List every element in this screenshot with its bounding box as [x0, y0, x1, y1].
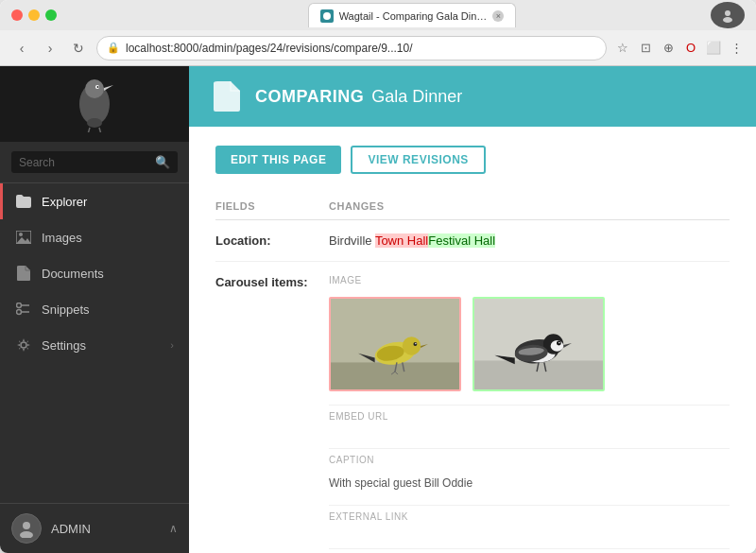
svg-line-9	[88, 128, 90, 132]
maximize-button[interactable]	[45, 9, 57, 21]
sidebar: 🔍 Explorer	[0, 66, 189, 553]
page-title-prefix: COMPARING	[255, 87, 364, 107]
address-bar[interactable]: 🔒 localhost:8000/admin/pages/24/revision…	[96, 36, 607, 60]
main-content: COMPARING Gala Dinner EDIT THIS PAGE VIE…	[189, 66, 756, 553]
snippets-icon	[15, 301, 32, 318]
fields-header: FIELDS	[215, 193, 329, 220]
location-removed-text: Town Hall	[375, 233, 428, 248]
svg-point-15	[17, 310, 22, 315]
back-button[interactable]: ‹	[11, 38, 32, 59]
wagtail-logo	[71, 76, 118, 132]
sub-field-label-embed-url: EMBED URL	[329, 405, 730, 423]
page-header: COMPARING Gala Dinner	[189, 66, 756, 127]
extension-icon[interactable]: ⬜	[705, 40, 722, 57]
minimize-button[interactable]	[28, 9, 40, 21]
svg-point-24	[403, 337, 421, 354]
svg-point-2	[723, 17, 732, 23]
image-label: IMAGE	[329, 275, 730, 285]
browser-toolbar: ‹ › ↻ 🔒 localhost:8000/admin/pages/24/re…	[0, 30, 756, 66]
sidebar-item-images[interactable]: Images	[0, 219, 189, 255]
tab-favicon	[320, 9, 334, 23]
sub-field-value-external-link	[329, 531, 730, 535]
table-row: Carousel items: IMAGE	[215, 262, 730, 554]
search-icon[interactable]: 🔍	[155, 155, 170, 169]
menu-icon[interactable]: ⋮	[728, 40, 745, 57]
sub-field-label-caption: CAPTION	[329, 448, 730, 467]
field-value-location: Birdville Town HallFestival Hall	[329, 220, 730, 262]
svg-point-26	[413, 342, 417, 346]
chevron-up-icon[interactable]: ∧	[169, 522, 178, 535]
sub-field-label-external-link: EXTERNAL LINK	[329, 505, 730, 524]
svg-point-4	[85, 79, 104, 98]
sub-field-label-link-page: LINK PAGE	[329, 548, 730, 553]
star-icon[interactable]: ☆	[614, 40, 631, 57]
svg-point-0	[323, 12, 331, 20]
sidebar-item-documents[interactable]: Documents	[0, 255, 189, 291]
image-added-box	[472, 297, 605, 391]
app-layout: 🔍 Explorer	[0, 66, 756, 553]
location-before-text: Birdville	[329, 233, 375, 248]
svg-point-1	[725, 10, 730, 16]
svg-line-10	[99, 128, 101, 132]
chevron-right-icon: ›	[170, 339, 174, 351]
carousel-section: IMAGE	[329, 275, 730, 553]
image-compare	[329, 297, 730, 391]
browser-tab[interactable]: Wagtail - Comparing Gala Din… ×	[308, 3, 517, 27]
svg-point-19	[23, 522, 30, 529]
sidebar-item-explorer[interactable]: Explorer	[0, 183, 189, 219]
sidebar-item-snippets[interactable]: Snippets	[0, 291, 189, 327]
admin-label: ADMIN	[51, 522, 160, 536]
svg-point-12	[19, 233, 23, 236]
forward-button[interactable]: ›	[40, 38, 60, 59]
search-input[interactable]	[19, 156, 149, 169]
sidebar-item-settings[interactable]: Settings ›	[0, 327, 189, 363]
title-bar: Wagtail - Comparing Gala Din… ×	[0, 0, 756, 30]
sidebar-footer: ADMIN ∧	[0, 503, 189, 553]
toolbar-icons: ☆ ⊡ ⊕ O ⬜ ⋮	[614, 40, 745, 57]
sidebar-logo	[0, 66, 189, 142]
opera-icon[interactable]: O	[682, 40, 699, 57]
shield-icon[interactable]: ⊕	[660, 40, 677, 57]
address-text: localhost:8000/admin/pages/24/revisions/…	[126, 42, 413, 55]
lock-icon: 🔒	[107, 42, 120, 54]
svg-point-6	[97, 86, 99, 88]
tab-bar: Wagtail - Comparing Gala Din… ×	[297, 3, 528, 27]
image-removed-box	[329, 297, 461, 391]
traffic-lights	[11, 9, 57, 21]
svg-marker-13	[16, 237, 31, 244]
folder-icon	[15, 193, 32, 210]
browser-chrome: Wagtail - Comparing Gala Din… × ‹ › ↻ 🔒 …	[0, 0, 756, 66]
page-title-area: COMPARING Gala Dinner	[255, 87, 462, 107]
svg-point-14	[17, 303, 22, 308]
sidebar-item-label-documents: Documents	[42, 267, 174, 281]
changes-header: CHANGES	[329, 193, 730, 220]
svg-point-42	[558, 342, 560, 344]
close-button[interactable]	[11, 9, 23, 21]
svg-point-8	[87, 118, 102, 128]
sidebar-item-label-explorer: Explorer	[42, 195, 174, 209]
refresh-button[interactable]: ↻	[68, 38, 89, 59]
svg-rect-22	[331, 362, 459, 389]
edit-this-page-button[interactable]: EDIT THIS PAGE	[215, 146, 341, 174]
svg-point-20	[20, 531, 33, 538]
svg-point-18	[21, 342, 26, 348]
page-title-name: Gala Dinner	[371, 87, 462, 107]
sidebar-item-label-images: Images	[42, 231, 174, 245]
document-icon	[15, 265, 32, 282]
tab-close-button[interactable]: ×	[492, 10, 504, 22]
settings-icon	[15, 337, 32, 354]
field-label-location: Location:	[215, 220, 329, 262]
sidebar-item-label-settings: Settings	[42, 338, 161, 353]
bw-bird-image	[474, 297, 603, 391]
yellow-bird-image	[331, 297, 459, 391]
sidebar-item-label-snippets: Snippets	[42, 302, 174, 317]
compare-table: FIELDS CHANGES Location: Birdville Town …	[215, 193, 730, 553]
image-icon	[15, 229, 32, 246]
cast-icon[interactable]: ⊡	[637, 40, 654, 57]
view-revisions-button[interactable]: VIEW REVISIONS	[351, 146, 485, 174]
field-label-carousel: Carousel items:	[215, 262, 329, 554]
content-area: EDIT THIS PAGE VIEW REVISIONS FIELDS CHA…	[189, 127, 756, 553]
sidebar-search: 🔍	[0, 142, 189, 183]
sidebar-nav: Explorer Images	[0, 183, 189, 503]
action-buttons: EDIT THIS PAGE VIEW REVISIONS	[215, 146, 730, 174]
